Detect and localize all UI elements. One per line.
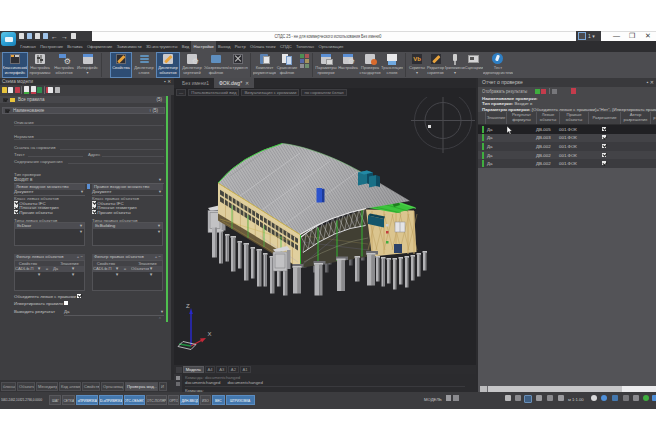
svg-text:Z: Z xyxy=(186,303,190,309)
svg-text:X: X xyxy=(208,331,212,337)
